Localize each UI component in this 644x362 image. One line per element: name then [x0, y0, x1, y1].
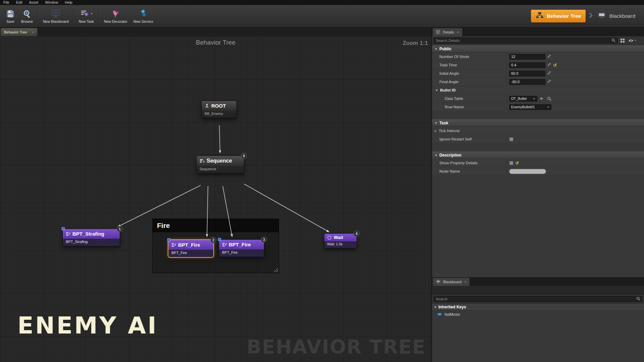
subsection-bullet-id[interactable]: ▼ Bullet ID	[432, 86, 644, 95]
menu-bar: File Edit Asset Window Help	[0, 0, 644, 5]
value-drag-icon[interactable]	[547, 70, 551, 76]
collapse-arrow-icon: ▼	[435, 122, 437, 125]
reset-to-default-icon[interactable]: ↺	[515, 161, 519, 165]
details-tab-bar: Details ×	[432, 27, 644, 36]
browse-button[interactable]: Browse	[18, 8, 36, 25]
task-icon	[222, 242, 227, 247]
close-icon[interactable]: ×	[464, 280, 466, 284]
value-drag-icon[interactable]	[547, 54, 551, 60]
reset-to-default-icon[interactable]: ↺	[553, 63, 557, 67]
browse-label: Browse	[21, 19, 33, 23]
blackboard-tab-bar: Blackboard ×	[432, 277, 644, 286]
close-icon[interactable]: ×	[457, 31, 459, 34]
node-bpt-fire-1[interactable]: BPT_Fire BPT_Fire 2	[168, 239, 214, 258]
tab-blackboard[interactable]: Blackboard ×	[433, 278, 470, 286]
node-wait[interactable]: Wait Wait: 1.0s 4	[324, 233, 357, 248]
new-decorator-button[interactable]: New Decorator	[101, 8, 130, 25]
ignore-restart-self-checkbox[interactable]	[509, 137, 514, 141]
property-matrix-icon[interactable]	[620, 38, 626, 44]
menu-window[interactable]: Window	[45, 1, 58, 4]
collapse-arrow-icon: ▼	[435, 154, 437, 157]
details-search-input[interactable]	[436, 39, 611, 43]
search-icon	[611, 38, 615, 44]
node-title: BPT_Strafing	[72, 231, 104, 237]
blackboard-toolbar-area	[432, 286, 644, 295]
blackboard-search-input[interactable]	[436, 297, 636, 301]
tab-behavior-tree[interactable]: Behavior Tree ×	[1, 28, 37, 36]
use-selected-asset-icon[interactable]	[539, 96, 545, 101]
new-service-label: New Service	[133, 19, 153, 23]
blackboard-mode-icon	[597, 12, 606, 20]
visibility-eye-icon[interactable]: ▼	[628, 38, 637, 43]
node-subtitle: BPT_Fire	[168, 250, 213, 257]
node-subtitle: BPT_Fire	[219, 249, 264, 257]
toolbar: Save Browse New Blackboard ▼ New Task	[0, 5, 644, 27]
save-button[interactable]: Save	[3, 8, 18, 25]
final-angle-input[interactable]	[509, 79, 545, 85]
expand-arrow-icon[interactable]: ▷	[435, 129, 437, 132]
key-label: SelfActor	[444, 312, 460, 316]
data-table-dropdown[interactable]: DT_Bullet ▼	[509, 96, 537, 102]
tab-details[interactable]: Details ×	[433, 28, 462, 36]
node-title: Wait	[334, 235, 343, 240]
blackboard-key-selfactor[interactable]: SelfActor	[432, 311, 644, 318]
order-badge: 3	[261, 237, 267, 243]
new-task-dropdown-caret-icon[interactable]: ▼	[91, 12, 93, 15]
order-badge: 4	[354, 231, 360, 237]
node-sequence[interactable]: Sequence Sequence 0	[196, 156, 244, 174]
mode-blackboard-button[interactable]: Blackboard	[596, 9, 637, 23]
new-task-icon	[80, 9, 89, 18]
details-tab-label: Details	[443, 30, 454, 34]
property-row-node-name: Node Name	[432, 167, 644, 176]
total-time-input[interactable]	[509, 62, 545, 68]
details-empty-area	[432, 176, 644, 277]
menu-file[interactable]: File	[3, 1, 9, 4]
section-task[interactable]: ▼ Task	[432, 119, 644, 127]
property-row-row-name: Row Name EnemyBullet01 ▼	[432, 103, 644, 111]
section-public[interactable]: ▼ Public	[432, 45, 644, 53]
browse-to-asset-icon[interactable]	[546, 96, 552, 102]
new-service-button[interactable]: New Service	[130, 8, 156, 25]
node-subtitle: BB_Enemy	[202, 111, 236, 118]
node-root[interactable]: ROOT BB_Enemy	[201, 101, 237, 118]
behavior-tree-mode-icon	[536, 12, 544, 20]
value-drag-icon[interactable]	[547, 62, 551, 68]
node-bpt-fire-2[interactable]: BPT_Fire BPT_Fire 3	[219, 239, 264, 257]
node-flag-icon	[62, 227, 65, 230]
new-task-button[interactable]: ▼ New Task	[75, 8, 97, 25]
property-row-tick-interval[interactable]: ▷ Tick Interval	[432, 127, 644, 135]
chevron-down-icon: ▼	[533, 98, 535, 100]
menu-edit[interactable]: Edit	[16, 1, 22, 4]
value-drag-icon[interactable]	[547, 79, 551, 85]
menu-help[interactable]: Help	[65, 1, 72, 4]
section-description[interactable]: ▼ Description	[432, 152, 644, 159]
new-blackboard-button[interactable]: New Blackboard	[40, 8, 71, 25]
menu-asset[interactable]: Asset	[29, 1, 39, 4]
mode-behavior-tree-button[interactable]: Behavior Tree	[531, 10, 586, 22]
close-icon[interactable]: ×	[32, 31, 34, 34]
asset-tab-bar: Behavior Tree ×	[0, 27, 431, 36]
node-bpt-strafing[interactable]: BPT_Strafing BPT_Strafing 1	[62, 229, 120, 246]
property-row-initial-angle: Initial Angle	[432, 69, 644, 78]
section-label: Public	[439, 47, 451, 51]
toolbar-separator	[38, 9, 38, 23]
blackboard-panel: Blackboard × ▼ Inherited Keys	[432, 277, 644, 362]
section-label: Description	[439, 153, 462, 158]
initial-angle-input[interactable]	[509, 71, 545, 76]
node-flag-icon	[167, 238, 170, 241]
property-label: Number Of Shots	[432, 55, 506, 59]
details-panel: Details × ▼	[432, 27, 644, 277]
graph-canvas[interactable]: Behavior Tree Zoom 1:1 Fire	[0, 36, 431, 362]
row-name-dropdown[interactable]: EnemyBullet01 ▼	[509, 104, 551, 110]
asset-tab-label: Behavior Tree	[4, 30, 27, 34]
show-property-details-checkbox[interactable]	[509, 161, 514, 165]
number-of-shots-input[interactable]	[509, 54, 545, 60]
sequence-icon	[200, 159, 205, 163]
property-label: Tick Interval	[439, 129, 460, 133]
chevron-down-icon: ▼	[547, 106, 549, 108]
save-label: Save	[6, 19, 14, 23]
node-title: BPT_Fire	[178, 242, 200, 248]
inherited-keys-header[interactable]: ▼ Inherited Keys	[432, 304, 644, 311]
chevron-right-icon	[589, 12, 593, 20]
node-name-input[interactable]	[509, 169, 546, 174]
